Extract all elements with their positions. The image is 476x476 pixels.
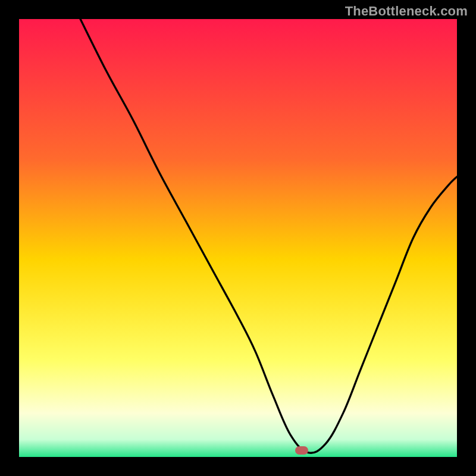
bottleneck-curve — [19, 19, 457, 457]
optimum-marker — [295, 446, 308, 455]
watermark-text: TheBottleneck.com — [345, 4, 468, 19]
plot-area — [19, 19, 457, 457]
chart-stage: TheBottleneck.com — [0, 0, 476, 476]
